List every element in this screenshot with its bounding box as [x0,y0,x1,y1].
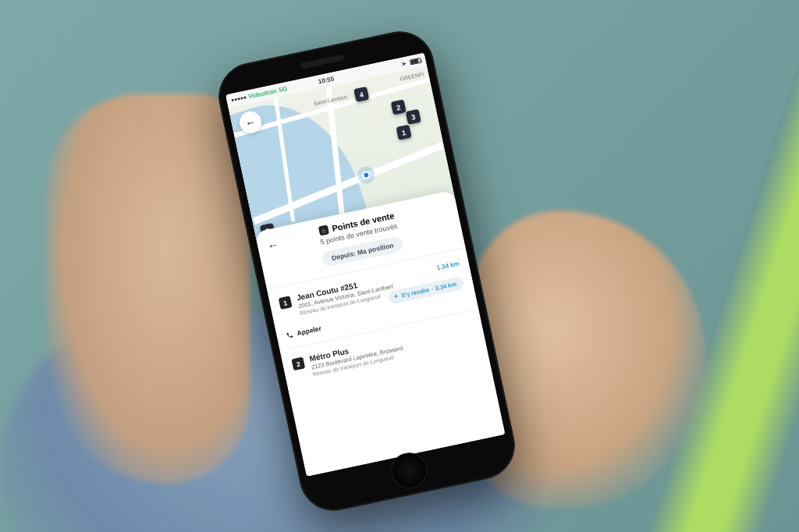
navigate-icon: ✦ [393,293,400,300]
go-label: S'y rendre [401,286,430,299]
go-distance: 2.34 km [435,281,457,293]
clock: 10:55 [318,75,335,85]
map-marker[interactable]: 2 [391,99,407,115]
map-marker[interactable]: 1 [396,125,411,140]
arrow-left-icon: ← [244,115,257,130]
store-icon: ⌂ [318,225,329,236]
map-marker[interactable]: 3 [406,109,421,125]
result-index-badge: 2 [291,356,305,371]
result-distance: 1.34 km [436,260,460,271]
arrow-left-icon: ← [266,237,280,253]
sheet-back-button[interactable]: ← [265,236,280,253]
phone-icon [286,331,294,339]
location-icon: ➤ [401,60,408,68]
result-index-badge: 1 [279,296,293,310]
results-sheet: ← ⌂ Points de vente 5 points de vente tr… [255,190,506,477]
signal-icon [231,96,246,101]
map-marker[interactable]: 4 [353,87,369,102]
battery-icon [410,58,421,66]
photo-hand-left [47,94,250,484]
call-label: Appeler [297,325,322,337]
network-label: 5G [279,85,288,94]
